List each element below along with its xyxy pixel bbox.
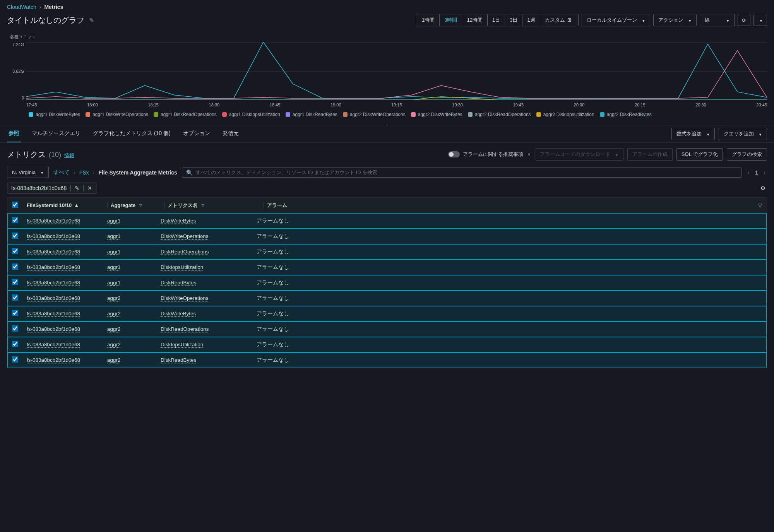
row-checkbox[interactable] (12, 341, 18, 347)
legend-item[interactable]: aggr1 DiskWriteOperations (86, 112, 148, 117)
col-sort-icon[interactable]: ▽ (753, 202, 762, 208)
row-checkbox[interactable] (12, 263, 18, 270)
chart-plot-area[interactable] (26, 42, 767, 100)
filesystem-id[interactable]: fs-083a8bcb2bf1d0e68 (27, 218, 80, 224)
tab-0[interactable]: 参照 (7, 125, 21, 142)
aggregate[interactable]: aggr1 (107, 233, 121, 239)
tab-4[interactable]: 発信元 (221, 125, 240, 142)
tab-1[interactable]: マルチソースクエリ (30, 125, 82, 142)
row-checkbox[interactable] (12, 356, 18, 363)
aggregate[interactable]: aggr2 (107, 311, 121, 316)
col-aggregate[interactable]: Aggregate (111, 202, 161, 208)
col-filesystemid[interactable]: FileSystemId 10/10 (27, 202, 104, 208)
crumb-service[interactable]: FSx (79, 169, 89, 176)
time-range-2[interactable]: 12時間 (462, 14, 487, 26)
sql-graph-button[interactable]: SQL でグラフ化 (676, 148, 723, 161)
next-page-button[interactable]: › (762, 168, 767, 177)
metric-name[interactable]: DiskReadBytes (161, 357, 196, 363)
legend-item[interactable]: aggr2 DiskReadBytes (600, 112, 652, 117)
timezone-select[interactable]: ローカルタイムゾーン (582, 14, 650, 26)
aggregate[interactable]: aggr2 (107, 295, 121, 301)
row-checkbox[interactable] (12, 325, 18, 332)
legend-item[interactable]: aggr1 DiskReadBytes (286, 112, 337, 117)
metric-name[interactable]: DiskWriteBytes (161, 218, 196, 224)
info-link[interactable]: 情報 (64, 152, 74, 159)
metric-name[interactable]: DiskWriteOperations (161, 295, 209, 301)
table-row[interactable]: fs-083a8bcb2bf1d0e68aggr1DiskWriteOperat… (7, 229, 767, 244)
table-row[interactable]: fs-083a8bcb2bf1d0e68aggr1DiskWriteBytesア… (7, 213, 767, 229)
row-checkbox[interactable] (12, 310, 18, 316)
aggregate[interactable]: aggr2 (107, 326, 121, 332)
table-row[interactable]: fs-083a8bcb2bf1d0e68aggr2DiskWriteBytesア… (7, 306, 767, 322)
time-range-1[interactable]: 3時間 (440, 14, 462, 26)
table-row[interactable]: fs-083a8bcb2bf1d0e68aggr2DiskWriteOperat… (7, 291, 767, 306)
row-checkbox[interactable] (12, 233, 18, 239)
prev-page-button[interactable]: ‹ (746, 168, 751, 177)
metric-name[interactable]: DiskWriteBytes (161, 311, 196, 316)
row-checkbox[interactable] (12, 248, 18, 254)
filesystem-id[interactable]: fs-083a8bcb2bf1d0e68 (27, 326, 80, 332)
close-icon[interactable]: ✕ (83, 185, 92, 191)
metric-name[interactable]: DiskIopsUtilization (161, 342, 203, 347)
region-select[interactable]: N. Virginia (7, 167, 49, 178)
table-row[interactable]: fs-083a8bcb2bf1d0e68aggr2DiskReadOperati… (7, 322, 767, 337)
table-row[interactable]: fs-083a8bcb2bf1d0e68aggr1DiskIopsUtiliza… (7, 260, 767, 275)
table-row[interactable]: fs-083a8bcb2bf1d0e68aggr2DiskReadBytesアラ… (7, 352, 767, 368)
time-range-3[interactable]: 1日 (488, 14, 505, 26)
gear-icon[interactable]: ⚙ (759, 183, 767, 193)
row-checkbox[interactable] (12, 279, 18, 285)
time-range-6[interactable]: カスタム 🗓 (540, 14, 579, 26)
filesystem-id[interactable]: fs-083a8bcb2bf1d0e68 (27, 357, 80, 363)
legend-item[interactable]: aggr1 DiskWriteBytes (29, 112, 80, 117)
search-box[interactable]: 🔍 (182, 168, 741, 178)
filesystem-id[interactable]: fs-083a8bcb2bf1d0e68 (27, 342, 80, 347)
add-query-button[interactable]: クエリを追加 (719, 128, 767, 140)
metric-name[interactable]: DiskReadOperations (161, 326, 209, 332)
select-all-checkbox[interactable] (12, 202, 18, 208)
filesystem-id[interactable]: fs-083a8bcb2bf1d0e68 (27, 280, 80, 286)
row-checkbox[interactable] (12, 217, 18, 223)
legend-item[interactable]: aggr2 DiskReadOperations (468, 112, 531, 117)
breadcrumb-root[interactable]: CloudWatch (7, 4, 36, 10)
row-checkbox[interactable] (12, 294, 18, 301)
time-range-4[interactable]: 3日 (505, 14, 522, 26)
add-math-button[interactable]: 数式を追加 (671, 128, 715, 140)
search-input[interactable] (196, 169, 737, 175)
table-row[interactable]: fs-083a8bcb2bf1d0e68aggr2DiskIopsUtiliza… (7, 337, 767, 352)
table-row[interactable]: fs-083a8bcb2bf1d0e68aggr1DiskReadBytesアラ… (7, 275, 767, 291)
legend-item[interactable]: aggr2 DiskWriteOperations (343, 112, 406, 117)
filesystem-id[interactable]: fs-083a8bcb2bf1d0e68 (27, 295, 80, 301)
table-row[interactable]: fs-083a8bcb2bf1d0e68aggr1DiskReadOperati… (7, 244, 767, 260)
tab-2[interactable]: グラフ化したメトリクス (10 個) (91, 125, 172, 142)
tab-3[interactable]: オプション (182, 125, 212, 142)
legend-item[interactable]: aggr1 DiskReadOperations (154, 112, 217, 117)
aggregate[interactable]: aggr1 (107, 264, 121, 270)
filesystem-id[interactable]: fs-083a8bcb2bf1d0e68 (27, 264, 80, 270)
legend-item[interactable]: aggr2 DiskIopsUtilization (536, 112, 594, 117)
aggregate[interactable]: aggr2 (107, 342, 121, 347)
crumb-all[interactable]: すべて (53, 169, 70, 176)
metric-name[interactable]: DiskWriteOperations (161, 233, 209, 239)
filesystem-id[interactable]: fs-083a8bcb2bf1d0e68 (27, 311, 80, 316)
col-metric-name[interactable]: メトリクス名 (168, 202, 260, 209)
filesystem-id[interactable]: fs-083a8bcb2bf1d0e68 (27, 233, 80, 239)
aggregate[interactable]: aggr2 (107, 357, 121, 363)
legend-item[interactable]: aggr1 DiskIopsUtilization (222, 112, 280, 117)
aggregate[interactable]: aggr1 (107, 249, 121, 255)
aggregate[interactable]: aggr1 (107, 218, 121, 224)
metric-name[interactable]: DiskReadOperations (161, 249, 209, 255)
refresh-button[interactable]: ⟳ (738, 15, 750, 26)
metric-name[interactable]: DiskReadBytes (161, 280, 196, 286)
legend-item[interactable]: aggr2 DiskWriteBytes (411, 112, 462, 117)
filesystem-id[interactable]: fs-083a8bcb2bf1d0e68 (27, 249, 80, 255)
time-range-5[interactable]: 1週 (522, 14, 540, 26)
chart-type-select[interactable]: 線 (700, 14, 735, 26)
time-range-0[interactable]: 1時間 (417, 14, 440, 26)
metric-name[interactable]: DiskIopsUtilization (161, 264, 203, 270)
refresh-dropdown[interactable] (753, 15, 767, 26)
search-graph-button[interactable]: グラフの検索 (727, 148, 767, 161)
edit-icon[interactable]: ✎ (70, 185, 79, 191)
actions-dropdown[interactable]: アクション (653, 14, 697, 26)
aggregate[interactable]: aggr1 (107, 280, 121, 286)
alarm-recommendations-toggle[interactable]: アラームに関する推奨事項 ♀ (448, 151, 531, 158)
